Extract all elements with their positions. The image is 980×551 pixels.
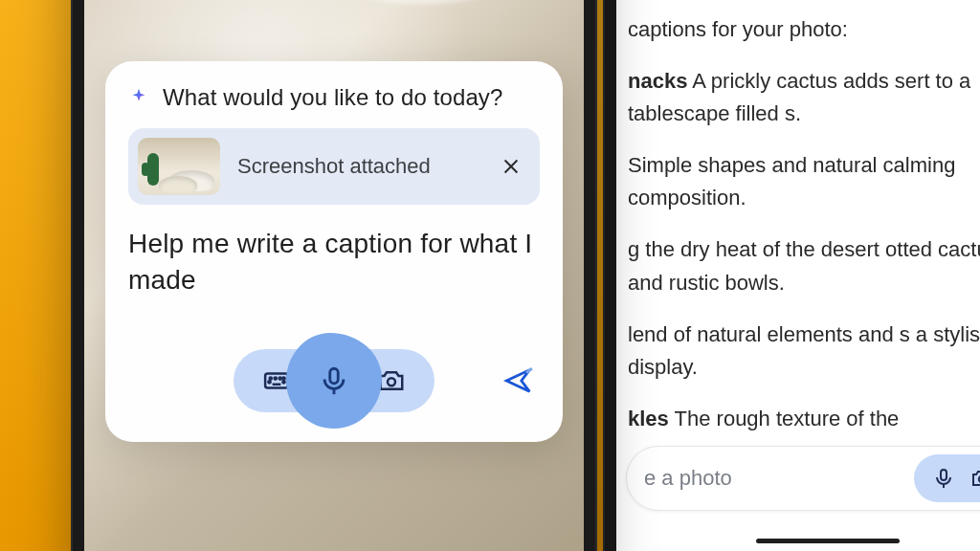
attachment-chip[interactable]: Screenshot attached	[128, 128, 540, 205]
suggestion-item: Simple shapes and natural calming compos…	[628, 149, 980, 214]
suggestions-heading: captions for your photo:	[628, 13, 980, 46]
prompt-title: What would you like to do today?	[163, 84, 502, 111]
svg-point-10	[268, 381, 270, 383]
camera-icon[interactable]	[373, 363, 410, 399]
svg-point-7	[275, 377, 277, 379]
suggestion-item: g the dry heat of the desert otted cactu…	[628, 233, 980, 298]
compose-placeholder: e a photo	[644, 466, 914, 491]
svg-point-11	[282, 381, 284, 383]
svg-rect-0	[941, 470, 947, 480]
attachment-label: Screenshot attached	[237, 154, 480, 179]
sparkle-icon	[128, 87, 149, 108]
phone-screen-right: captions for your photo: nacks A prickly…	[616, 0, 980, 551]
svg-point-6	[270, 377, 272, 379]
input-mode-pill	[914, 454, 980, 502]
attachment-thumbnail	[138, 138, 220, 195]
keyboard-icon[interactable]	[258, 363, 295, 399]
svg-point-16	[529, 367, 532, 370]
gesture-home-bar[interactable]	[756, 539, 900, 543]
mic-icon[interactable]	[929, 464, 958, 493]
suggestion-item: nacks A prickly cactus adds sert to a ta…	[628, 65, 980, 130]
svg-point-9	[282, 377, 284, 379]
assistant-card: What would you like to do today? Screens…	[105, 61, 563, 442]
suggestion-item: kles The rough texture of the	[628, 403, 980, 435]
svg-point-13	[388, 378, 395, 386]
phone-frame-right: captions for your photo: nacks A prickly…	[603, 0, 980, 551]
remove-attachment-button[interactable]	[498, 153, 524, 180]
phone-screen-left: What would you like to do today? Screens…	[84, 0, 584, 551]
camera-icon[interactable]	[968, 464, 980, 493]
send-button[interactable]	[498, 360, 540, 402]
input-mode-pill	[234, 349, 434, 412]
input-toolbar	[128, 344, 540, 417]
svg-point-8	[279, 377, 281, 379]
phone-frame-left: What would you like to do today? Screens…	[71, 0, 597, 551]
suggestion-item: lend of natural elements and s a stylish…	[628, 319, 980, 384]
user-typed-text[interactable]: Help me write a caption for what I made	[128, 226, 540, 298]
compose-input-bar[interactable]: e a photo	[626, 446, 980, 511]
